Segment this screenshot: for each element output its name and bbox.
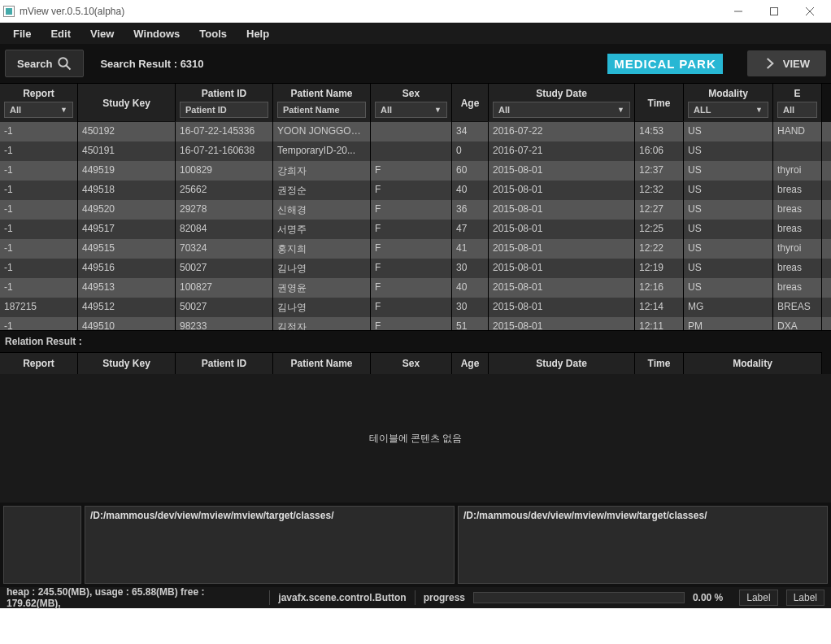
cell-studykey: 449517 xyxy=(78,220,176,239)
col-age[interactable]: Age xyxy=(452,84,489,121)
menu-edit[interactable]: Edit xyxy=(42,25,79,42)
cell-studykey: 449519 xyxy=(78,161,176,181)
minimize-button[interactable] xyxy=(720,0,756,23)
rel-col-report[interactable]: Report xyxy=(0,352,78,374)
col-patient-name[interactable]: Patient Name Patient Name xyxy=(273,84,371,122)
cell-age: 51 xyxy=(452,317,489,330)
relation-empty: 테이블에 콘텐츠 없음 xyxy=(0,374,831,503)
col-report[interactable]: Report All▼ xyxy=(0,84,78,122)
cell-extra: DXA xyxy=(773,317,822,330)
table-row[interactable]: -1449519100829강희자F602015-08-0112:37USthy… xyxy=(0,161,831,181)
col-studykey[interactable]: Study Key xyxy=(78,84,176,121)
col-sex[interactable]: Sex All▼ xyxy=(371,84,452,122)
menu-help[interactable]: Help xyxy=(238,25,277,42)
cell-modality: US xyxy=(684,239,773,259)
table-row[interactable]: -144951650027김나영F302015-08-0112:19USbrea… xyxy=(0,259,831,278)
table-row[interactable]: -1449513100827권영윤F402015-08-0112:16USbre… xyxy=(0,278,831,298)
table-row[interactable]: -145019216-07-22-145336YOON JONGGOO...34… xyxy=(0,122,831,141)
cell-age: 30 xyxy=(452,298,489,317)
cell-extra: breas xyxy=(773,181,822,200)
cell-time: 12:25 xyxy=(635,220,684,239)
rel-col-time[interactable]: Time xyxy=(635,352,684,374)
status-progress-label: progress xyxy=(424,592,465,603)
status-label-1: Label xyxy=(739,590,777,606)
rel-col-sex[interactable]: Sex xyxy=(371,352,452,374)
cell-sex: F xyxy=(371,239,452,259)
rel-col-pid[interactable]: Patient ID xyxy=(176,352,273,374)
cell-modality: US xyxy=(684,161,773,181)
cell-report: -1 xyxy=(0,220,78,239)
cell-pname: 신해경 xyxy=(273,200,371,220)
cell-pname: TemporaryID-20... xyxy=(273,141,371,161)
cell-pid: 50027 xyxy=(176,259,273,278)
filter-report[interactable]: All▼ xyxy=(4,102,73,118)
rel-col-modality[interactable]: Modality xyxy=(684,352,822,374)
filter-sex[interactable]: All▼ xyxy=(375,102,447,118)
cell-time: 12:11 xyxy=(635,317,684,330)
rel-col-studykey[interactable]: Study Key xyxy=(78,352,176,374)
filter-study-date[interactable]: All▼ xyxy=(493,102,630,118)
cell-pname: 김나영 xyxy=(273,298,371,317)
status-label-2: Label xyxy=(786,590,824,606)
cell-extra: breas xyxy=(773,220,822,239)
cell-pname: 서명주 xyxy=(273,220,371,239)
menu-tools[interactable]: Tools xyxy=(191,25,235,42)
cell-age: 30 xyxy=(452,259,489,278)
menu-file[interactable]: File xyxy=(5,25,39,42)
relation-header: Report Study Key Patient ID Patient Name… xyxy=(0,352,831,374)
filter-patient-id[interactable]: Patient ID xyxy=(180,102,268,118)
cell-modality: US xyxy=(684,122,773,141)
cell-pname: 강희자 xyxy=(273,161,371,181)
cell-sex: F xyxy=(371,200,452,220)
cell-modality: MG xyxy=(684,298,773,317)
search-icon xyxy=(57,56,72,71)
cell-report: 187215 xyxy=(0,298,78,317)
filter-extra[interactable]: All xyxy=(777,102,817,118)
rel-col-age[interactable]: Age xyxy=(452,352,489,374)
table-row[interactable]: 18721544951250027김나영F302015-08-0112:14MG… xyxy=(0,298,831,317)
maximize-button[interactable] xyxy=(756,0,792,23)
cell-date: 2015-08-01 xyxy=(489,161,635,181)
cell-sex: F xyxy=(371,317,452,330)
menu-windows[interactable]: Windows xyxy=(125,25,188,42)
col-time[interactable]: Time xyxy=(635,84,684,121)
cell-date: 2015-08-01 xyxy=(489,278,635,298)
app-icon xyxy=(3,6,15,17)
cell-modality: US xyxy=(684,220,773,239)
cell-modality: PM xyxy=(684,317,773,330)
search-button[interactable]: Search xyxy=(5,50,84,77)
cell-report: -1 xyxy=(0,122,78,141)
cell-time: 12:27 xyxy=(635,200,684,220)
table-row[interactable]: -144951825662권정순F402015-08-0112:32USbrea… xyxy=(0,181,831,200)
cell-time: 12:14 xyxy=(635,298,684,317)
table-row[interactable]: -145019116-07-21-160638TemporaryID-20...… xyxy=(0,141,831,161)
cell-pname: 홍지희 xyxy=(273,239,371,259)
status-bar: heap : 245.50(MB), usage : 65.88(MB) fre… xyxy=(0,587,831,608)
filter-patient-name[interactable]: Patient Name xyxy=(277,102,366,118)
cell-time: 14:53 xyxy=(635,122,684,141)
cell-extra: breas xyxy=(773,200,822,220)
cell-pid: 100829 xyxy=(176,161,273,181)
cell-sex: F xyxy=(371,259,452,278)
close-button[interactable] xyxy=(792,0,828,23)
filter-modality[interactable]: ALL▼ xyxy=(688,102,768,118)
cell-pname: 김나영 xyxy=(273,259,371,278)
col-modality[interactable]: Modality ALL▼ xyxy=(684,84,773,122)
cell-studykey: 449516 xyxy=(78,259,176,278)
col-patient-id[interactable]: Patient ID Patient ID xyxy=(176,84,273,122)
col-extra[interactable]: E All xyxy=(773,84,822,122)
menu-view[interactable]: View xyxy=(82,25,122,42)
cell-sex: F xyxy=(371,278,452,298)
rel-col-date[interactable]: Study Date xyxy=(489,352,635,374)
cell-pname: 권영윤 xyxy=(273,278,371,298)
view-button[interactable]: VIEW xyxy=(747,50,826,76)
col-study-date[interactable]: Study Date All▼ xyxy=(489,84,635,122)
rel-col-pname[interactable]: Patient Name xyxy=(273,352,371,374)
table-row[interactable]: -144951098233김정자F512015-08-0112:11PMDXA xyxy=(0,317,831,330)
table-row[interactable]: -144952029278신해경F362015-08-0112:27USbrea… xyxy=(0,200,831,220)
cell-date: 2015-08-01 xyxy=(489,220,635,239)
cell-pid: 50027 xyxy=(176,298,273,317)
table-row[interactable]: -144951782084서명주F472015-08-0112:25USbrea… xyxy=(0,220,831,239)
table-row[interactable]: -144951570324홍지희F412015-08-0112:22USthyr… xyxy=(0,239,831,259)
cell-report: -1 xyxy=(0,141,78,161)
